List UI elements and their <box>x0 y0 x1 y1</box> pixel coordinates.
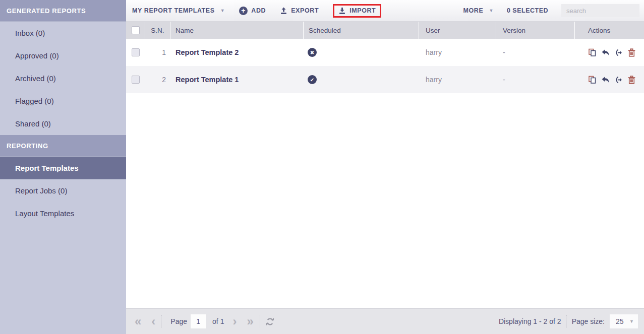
export-icon <box>280 7 287 15</box>
copy-icon[interactable] <box>588 48 597 57</box>
import-button-label: IMPORT <box>349 7 376 14</box>
table-header: S.N. Name Scheduled User Version Actions <box>126 22 644 39</box>
row-checkbox[interactable] <box>132 76 140 84</box>
export-row-icon[interactable] <box>614 48 623 57</box>
more-button-label: MORE <box>463 7 483 14</box>
separator <box>260 315 260 327</box>
add-icon: + <box>239 7 248 15</box>
pagination-right: Displaying 1 - 2 of 2 Page size: 25 ▼ <box>499 314 638 328</box>
sidebar-section-label: REPORTING <box>7 142 48 150</box>
import-button[interactable]: IMPORT <box>338 7 376 15</box>
row-actions <box>575 76 644 84</box>
page-label: Page <box>170 317 187 325</box>
chevron-down-icon: ▼ <box>489 8 494 13</box>
sidebar-item-approved[interactable]: Approved (0) <box>0 44 126 67</box>
sidebar-item-label: Report Templates <box>15 164 79 172</box>
table-row[interactable]: 1 Report Template 2 ✖ harry - <box>126 39 644 66</box>
column-header-version[interactable]: Version <box>496 22 575 39</box>
page-size-value: 25 <box>616 317 624 325</box>
chevron-down-icon: ▼ <box>220 8 225 13</box>
toolbar: MY REPORT TEMPLATES ▼ + ADD EXPORT <box>126 0 644 22</box>
sidebar-item-label: Report Jobs (0) <box>15 186 67 195</box>
last-page-button[interactable]: » <box>246 315 254 327</box>
sidebar-item-layout-templates[interactable]: Layout Templates <box>0 202 126 225</box>
not-scheduled-icon: ✖ <box>308 48 317 57</box>
page-number-input[interactable] <box>191 314 206 328</box>
row-user: harry <box>419 76 496 84</box>
sidebar-item-report-jobs[interactable]: Report Jobs (0) <box>0 179 126 202</box>
sidebar-filler <box>0 225 126 334</box>
header-checkbox-cell <box>126 22 145 39</box>
delete-icon[interactable] <box>627 48 636 57</box>
toolbar-right: MORE ▼ 0 SELECTED <box>463 4 639 17</box>
copy-icon[interactable] <box>588 76 597 84</box>
row-name[interactable]: Report Template 1 <box>170 76 304 84</box>
export-button[interactable]: EXPORT <box>280 7 319 15</box>
search-input[interactable] <box>561 4 639 17</box>
main-panel: MY REPORT TEMPLATES ▼ + ADD EXPORT <box>126 0 644 334</box>
page-size-label: Page size: <box>572 317 605 325</box>
selected-count: 0 SELECTED <box>507 7 548 14</box>
sidebar-section-generated-reports: GENERATED REPORTS <box>0 0 126 22</box>
scheduled-icon: ✔ <box>308 75 317 84</box>
prev-page-button[interactable]: ‹ <box>150 315 156 327</box>
row-scheduled-cell: ✔ <box>304 75 419 84</box>
sidebar-item-shared[interactable]: Shared (0) <box>0 112 126 135</box>
add-button-label: ADD <box>251 7 266 14</box>
export-row-icon[interactable] <box>614 76 623 84</box>
scope-dropdown-label: MY REPORT TEMPLATES <box>132 7 215 14</box>
row-checkbox[interactable] <box>132 48 140 56</box>
select-all-checkbox[interactable] <box>132 26 140 34</box>
more-button[interactable]: MORE ▼ <box>463 7 493 14</box>
import-highlight-box: IMPORT <box>333 4 381 18</box>
export-button-label: EXPORT <box>291 7 319 14</box>
sidebar-section-label: GENERATED REPORTS <box>7 7 86 15</box>
column-header-user[interactable]: User <box>419 22 496 39</box>
row-user: harry <box>419 48 496 56</box>
pagination-bar: « ‹ Page of 1 › » Displaying 1 - 2 of 2 <box>126 308 644 334</box>
row-checkbox-cell <box>126 76 145 84</box>
sidebar-item-label: Layout Templates <box>15 209 74 218</box>
sidebar-item-label: Archived (0) <box>15 74 56 83</box>
row-sn: 2 <box>145 76 170 84</box>
column-header-sn[interactable]: S.N. <box>145 22 170 39</box>
separator <box>161 315 162 327</box>
import-icon <box>338 7 346 15</box>
revert-icon[interactable] <box>601 76 610 84</box>
scope-dropdown[interactable]: MY REPORT TEMPLATES ▼ <box>132 7 225 14</box>
sidebar-item-label: Shared (0) <box>15 119 51 128</box>
column-header-scheduled[interactable]: Scheduled <box>304 22 419 39</box>
column-header-actions[interactable]: Actions <box>575 22 644 39</box>
next-page-button[interactable]: › <box>231 315 238 327</box>
displaying-text: Displaying 1 - 2 of 2 <box>499 317 561 325</box>
add-button[interactable]: + ADD <box>239 7 266 15</box>
row-scheduled-cell: ✖ <box>304 48 419 57</box>
refresh-icon[interactable] <box>265 317 275 326</box>
row-sn: 1 <box>145 48 170 56</box>
sidebar-item-inbox[interactable]: Inbox (0) <box>0 22 126 44</box>
row-name[interactable]: Report Template 2 <box>170 48 304 56</box>
sidebar-item-flagged[interactable]: Flagged (0) <box>0 90 126 112</box>
table-row[interactable]: 2 Report Template 1 ✔ harry - <box>126 66 644 93</box>
page-size-select[interactable]: 25 ▼ <box>610 314 638 328</box>
app-window: GENERATED REPORTS Inbox (0) Approved (0)… <box>0 0 644 334</box>
chevron-down-icon: ▼ <box>629 319 634 324</box>
delete-icon[interactable] <box>627 76 636 84</box>
first-page-button[interactable]: « <box>134 315 142 327</box>
row-actions <box>575 48 644 57</box>
page-of-label: of 1 <box>212 317 224 325</box>
sidebar: GENERATED REPORTS Inbox (0) Approved (0)… <box>0 0 126 334</box>
sidebar-item-archived[interactable]: Archived (0) <box>0 67 126 90</box>
column-header-name[interactable]: Name <box>170 22 304 39</box>
row-checkbox-cell <box>126 48 145 56</box>
sidebar-item-report-templates[interactable]: Report Templates <box>0 157 126 179</box>
sidebar-item-label: Approved (0) <box>15 51 59 60</box>
table-empty-area <box>126 93 644 308</box>
sidebar-item-label: Flagged (0) <box>15 97 54 105</box>
separator <box>566 315 567 327</box>
sidebar-section-reporting: REPORTING <box>0 135 126 157</box>
row-version: - <box>496 48 575 56</box>
sidebar-item-label: Inbox (0) <box>15 29 45 37</box>
revert-icon[interactable] <box>601 48 610 57</box>
row-version: - <box>496 76 575 84</box>
